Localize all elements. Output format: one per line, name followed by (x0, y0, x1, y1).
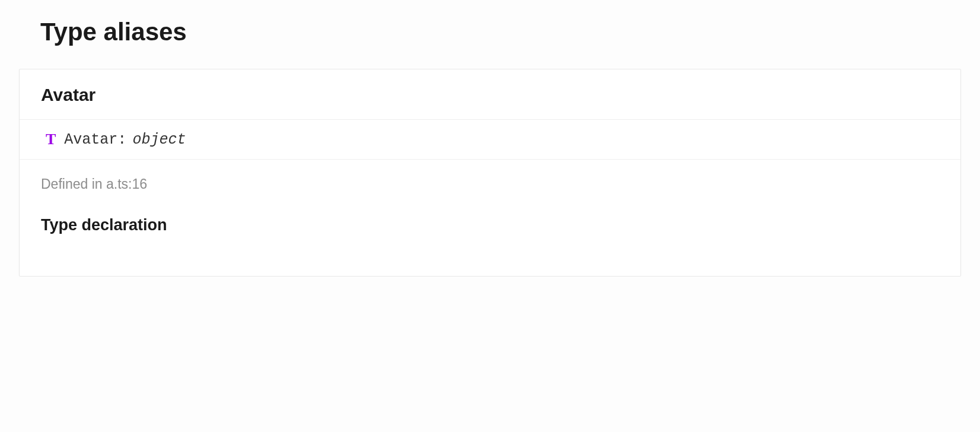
section-title: Type aliases (40, 18, 980, 46)
signature-type: object (132, 131, 186, 148)
signature-name: Avatar (64, 131, 117, 148)
signature-colon: : (117, 131, 126, 148)
panel-header: Avatar (20, 69, 960, 120)
type-alias-name: Avatar (41, 85, 939, 105)
type-alias-icon: T (46, 131, 56, 148)
type-signature: T Avatar : object (20, 120, 960, 160)
panel-body: Defined in a.ts:16 Type declaration (20, 160, 960, 276)
type-declaration-heading: Type declaration (41, 216, 939, 234)
type-alias-panel: Avatar T Avatar : object Defined in a.ts… (19, 69, 961, 277)
defined-in: Defined in a.ts:16 (41, 176, 939, 192)
